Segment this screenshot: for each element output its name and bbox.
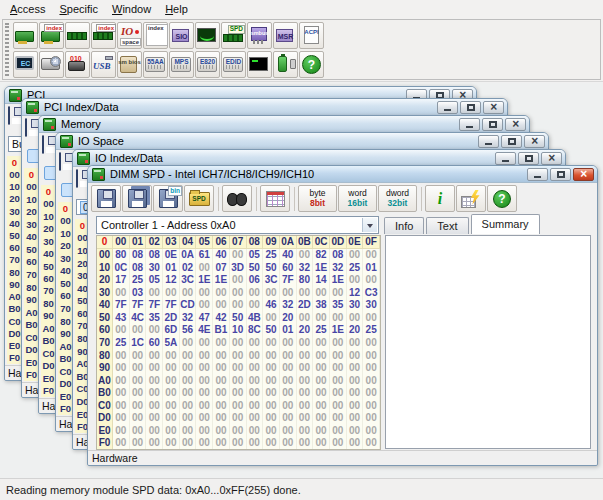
hex-cell[interactable]: 50 (247, 261, 264, 274)
hex-cell[interactable]: 00 (363, 249, 380, 262)
hex-cell[interactable]: 00 (347, 311, 364, 324)
hex-cell[interactable]: 00 (163, 374, 180, 387)
hex-cell[interactable]: 00 (247, 436, 264, 449)
hex-cell[interactable]: 08 (130, 249, 147, 262)
hex-cell[interactable]: 00 (180, 411, 197, 424)
hex-cell[interactable]: 00 (347, 349, 364, 362)
hex-cell[interactable]: 00 (347, 436, 364, 449)
close-button[interactable] (573, 168, 594, 181)
hex-cell[interactable]: 00 (363, 411, 380, 424)
hex-cell[interactable]: 1E (313, 261, 330, 274)
memory-icon[interactable] (65, 22, 90, 49)
hex-cell[interactable]: 00 (363, 424, 380, 437)
mbr-55aa-icon[interactable]: 55AA (143, 51, 168, 78)
hex-cell[interactable]: 08 (330, 249, 347, 262)
hex-cell[interactable]: 80 (113, 249, 130, 262)
hex-cell[interactable]: 32 (330, 261, 347, 274)
hex-cell[interactable]: 32 (280, 299, 297, 312)
hex-cell[interactable]: 4C (130, 311, 147, 324)
hex-cell[interactable]: 25 (113, 336, 130, 349)
hex-cell[interactable]: 00 (163, 399, 180, 412)
hex-cell[interactable]: 56 (180, 324, 197, 337)
window-titlebar[interactable]: DIMM SPD - Intel ICH7/ICH8/ICH9/ICH10 (88, 166, 597, 183)
menu-help[interactable]: Help (158, 2, 195, 16)
hex-cell[interactable]: 3D (230, 261, 247, 274)
hex-cell[interactable]: 00 (146, 374, 163, 387)
hex-cell[interactable]: 00 (363, 274, 380, 287)
hex-cell[interactable]: 7F (280, 274, 297, 287)
hex-cell[interactable]: 32 (180, 311, 197, 324)
hex-cell[interactable]: 00 (213, 361, 230, 374)
hex-cell[interactable]: 38 (313, 299, 330, 312)
hex-cell[interactable]: 00 (213, 299, 230, 312)
hex-cell[interactable]: 00 (113, 374, 130, 387)
hex-cell[interactable]: 00 (280, 424, 297, 437)
hex-cell[interactable]: 00 (247, 336, 264, 349)
hex-cell[interactable]: 1E (213, 274, 230, 287)
hex-cell[interactable]: 00 (230, 399, 247, 412)
hex-cell[interactable]: 4E (196, 324, 213, 337)
hex-cell[interactable]: 00 (230, 374, 247, 387)
hex-cell[interactable]: 00 (330, 361, 347, 374)
write-button[interactable] (456, 185, 486, 212)
hex-cell[interactable]: 00 (113, 411, 130, 424)
info-button[interactable]: i (425, 185, 455, 212)
hex-cell[interactable]: 32 (297, 261, 314, 274)
mps-icon[interactable]: MPS (169, 51, 194, 78)
hex-cell[interactable]: 00 (330, 286, 347, 299)
hex-cell[interactable]: 00 (230, 336, 247, 349)
hex-cell[interactable]: 00 (230, 424, 247, 437)
hex-cell[interactable]: 00 (347, 249, 364, 262)
hex-cell[interactable]: 00 (130, 399, 147, 412)
disk-010-icon[interactable]: 010 (65, 51, 90, 78)
hex-cell[interactable]: 00 (113, 399, 130, 412)
hex-cell[interactable]: 00 (313, 374, 330, 387)
edid-icon[interactable]: EDID (221, 51, 246, 78)
close-button[interactable] (541, 152, 562, 165)
hex-cell[interactable]: 00 (297, 336, 314, 349)
hex-cell[interactable]: 43 (113, 311, 130, 324)
hex-cell[interactable]: 00 (330, 424, 347, 437)
hex-cell[interactable]: 0C (113, 261, 130, 274)
hex-cell[interactable]: 25 (263, 249, 280, 262)
hex-cell[interactable]: 00 (113, 324, 130, 337)
hex-cell[interactable]: 61 (196, 249, 213, 262)
msr-icon[interactable]: MSR (273, 22, 298, 49)
hex-cell[interactable]: 00 (230, 349, 247, 362)
hex-cell[interactable]: 25 (130, 274, 147, 287)
hex-cell[interactable]: 00 (313, 424, 330, 437)
hex-cell[interactable]: 00 (196, 299, 213, 312)
hex-cell[interactable]: 00 (263, 399, 280, 412)
hex-cell[interactable]: 00 (196, 424, 213, 437)
hex-cell[interactable]: 7F (130, 299, 147, 312)
hex-cell[interactable]: 00 (113, 349, 130, 362)
display-grid-button[interactable] (260, 185, 290, 212)
hex-cell[interactable]: 6D (163, 324, 180, 337)
save-button[interactable] (8, 106, 10, 125)
hex-cell[interactable]: 07 (213, 261, 230, 274)
battery-icon[interactable] (273, 51, 298, 78)
tab-text[interactable]: Text (426, 217, 468, 234)
byte-mode-button[interactable]: byte8bit (298, 185, 337, 212)
hex-cell[interactable]: 00 (363, 386, 380, 399)
hex-cell[interactable]: 00 (130, 349, 147, 362)
hex-cell[interactable]: 00 (280, 286, 297, 299)
hex-cell[interactable]: 82 (313, 249, 330, 262)
clock-icon[interactable] (195, 22, 220, 49)
minimize-button[interactable] (527, 168, 548, 181)
hex-cell[interactable]: 00 (330, 349, 347, 362)
hex-cell[interactable]: 00 (297, 249, 314, 262)
io-index-icon[interactable]: IOindex (143, 22, 168, 49)
hex-cell[interactable]: 00 (196, 374, 213, 387)
hex-cell[interactable]: 00 (330, 436, 347, 449)
hex-cell[interactable]: 35 (330, 299, 347, 312)
hex-cell[interactable]: 01 (280, 324, 297, 337)
ec-icon[interactable]: EC (13, 51, 38, 78)
hex-cell[interactable]: 00 (113, 286, 130, 299)
hex-cell[interactable]: 00 (363, 349, 380, 362)
hex-cell[interactable]: 00 (347, 274, 364, 287)
hex-cell[interactable]: 5A (163, 336, 180, 349)
hex-cell[interactable]: 08 (130, 261, 147, 274)
hex-cell[interactable]: 14 (313, 274, 330, 287)
pci-index-icon[interactable]: index (39, 22, 64, 49)
